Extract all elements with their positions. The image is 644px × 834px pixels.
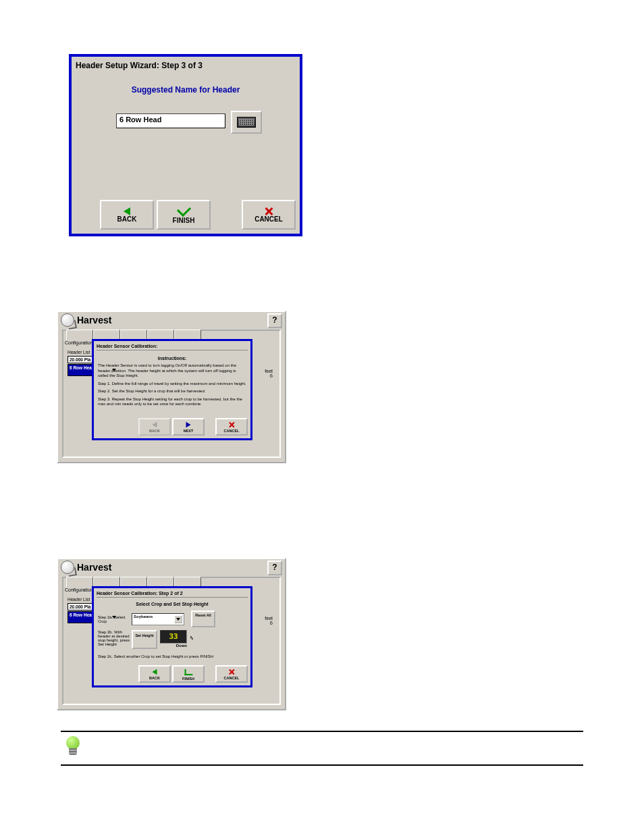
window-body: Configuration Header List 20.000 Pla 6 R… bbox=[62, 577, 281, 705]
set-height-button[interactable]: Set Height bbox=[132, 630, 157, 649]
back-arrow-icon bbox=[153, 669, 157, 675]
app-title: Harvest bbox=[77, 315, 111, 325]
cancel-button[interactable]: CANCEL bbox=[215, 418, 248, 436]
window-body: Configuration Header List 20.000 Pla 6 R… bbox=[62, 330, 281, 458]
tab[interactable] bbox=[66, 577, 93, 588]
calibration-wizard-panel: Header Sensor Calibration: Step 2 of 2 S… bbox=[92, 586, 252, 687]
tab[interactable] bbox=[120, 330, 147, 340]
back-arrow-icon bbox=[124, 207, 130, 215]
header-name-input[interactable]: 6 Row Head bbox=[116, 113, 225, 128]
button-label: BACK bbox=[117, 215, 137, 223]
step2a-row: Step 2a. Select Crop Soybeans Reset All bbox=[98, 610, 246, 627]
finish-button[interactable]: FINISH bbox=[157, 200, 211, 230]
tab[interactable] bbox=[93, 330, 120, 340]
panel-subtitle: Select Crop and Set Stop Height bbox=[97, 602, 248, 606]
tab[interactable] bbox=[93, 577, 120, 587]
tip-bar bbox=[61, 731, 583, 766]
back-button[interactable]: BACK bbox=[138, 665, 171, 683]
tab[interactable] bbox=[66, 330, 93, 340]
configuration-label: Configuration bbox=[65, 340, 93, 345]
instructions-text: The Header Sensor is used to turn loggin… bbox=[98, 363, 246, 379]
panel-title: Header Sensor Calibration: bbox=[97, 344, 248, 350]
check-icon bbox=[176, 203, 190, 217]
button-label: FINISH bbox=[173, 217, 195, 224]
feet-readout: feet 6 bbox=[265, 369, 273, 378]
keyboard-button[interactable] bbox=[231, 111, 262, 134]
cancel-button[interactable]: CANCEL bbox=[242, 200, 296, 230]
harvest-window-calibration-intro: Harvest ? Configuration Header List 20.0… bbox=[57, 311, 286, 463]
next-button[interactable]: NEXT bbox=[172, 418, 205, 436]
down-label: Down bbox=[176, 644, 187, 648]
cancel-button[interactable]: CANCEL bbox=[215, 665, 248, 683]
instructions-text: Step 3. Repeat the Stop Height setting f… bbox=[98, 397, 246, 407]
keyboard-icon bbox=[237, 117, 256, 128]
tab-row bbox=[66, 577, 201, 586]
dialog-subtitle: Suggested Name for Header bbox=[72, 85, 300, 95]
back-button: BACK bbox=[138, 418, 171, 436]
step2b-row: Step 2b. With header at desired stop hei… bbox=[98, 630, 246, 649]
reset-all-button[interactable]: Reset All bbox=[191, 610, 215, 627]
close-icon bbox=[265, 207, 273, 215]
instructions-text: Step 2. Set the Stop Height for a crop t… bbox=[98, 389, 246, 394]
app-logo-icon bbox=[61, 313, 74, 327]
button-label: CANCEL bbox=[254, 215, 283, 223]
next-arrow-icon bbox=[186, 422, 191, 427]
instructions-heading: Instructions: bbox=[97, 356, 248, 361]
height-readout: 33 bbox=[160, 630, 187, 644]
tab[interactable] bbox=[174, 330, 201, 340]
help-button[interactable]: ? bbox=[267, 313, 282, 328]
feet-readout: feet 6 bbox=[265, 616, 273, 625]
instructions-text: Step 1. Define the full range of travel … bbox=[98, 382, 246, 387]
close-icon bbox=[229, 422, 234, 427]
window-header: Harvest bbox=[58, 312, 285, 328]
back-arrow-icon bbox=[153, 422, 157, 427]
close-icon bbox=[229, 669, 234, 675]
tab[interactable] bbox=[147, 577, 174, 587]
help-button[interactable]: ? bbox=[267, 561, 282, 575]
tab-row bbox=[66, 330, 201, 339]
step2c-note: Step 2c. Select another Crop to set Stop… bbox=[98, 654, 246, 658]
check-icon bbox=[184, 669, 192, 675]
app-title: Harvest bbox=[77, 562, 111, 573]
button-bar: BACK FINISH CANCEL bbox=[72, 200, 300, 230]
dialog-title: Header Setup Wizard: Step 3 of 3 bbox=[76, 61, 203, 70]
tab[interactable] bbox=[174, 577, 201, 587]
button-row: BACK FINISH CANCEL bbox=[94, 665, 250, 683]
app-logo-icon bbox=[61, 561, 74, 574]
calibration-wizard-panel: Header Sensor Calibration: Instructions:… bbox=[92, 339, 252, 440]
crop-select[interactable]: Soybeans bbox=[132, 613, 184, 625]
button-row: BACK NEXT CANCEL bbox=[94, 418, 250, 436]
harvest-window-calibration-step2: Harvest ? Configuration Header List 20.0… bbox=[57, 558, 286, 710]
step-label: Step 2b. With header at desired stop hei… bbox=[98, 630, 132, 646]
panel-title: Header Sensor Calibration: Step 2 of 2 bbox=[97, 591, 248, 598]
configuration-label: Configuration bbox=[65, 588, 93, 592]
tab[interactable] bbox=[147, 330, 174, 340]
document-page: Header Setup Wizard: Step 3 of 3 Suggest… bbox=[0, 0, 644, 834]
tab[interactable] bbox=[120, 577, 147, 587]
window-header: Harvest bbox=[58, 559, 285, 575]
lightbulb-icon bbox=[63, 736, 82, 759]
finish-button[interactable]: FINISH bbox=[172, 665, 205, 683]
wizard-step3-dialog: Header Setup Wizard: Step 3 of 3 Suggest… bbox=[69, 54, 302, 236]
back-button[interactable]: BACK bbox=[100, 200, 154, 230]
